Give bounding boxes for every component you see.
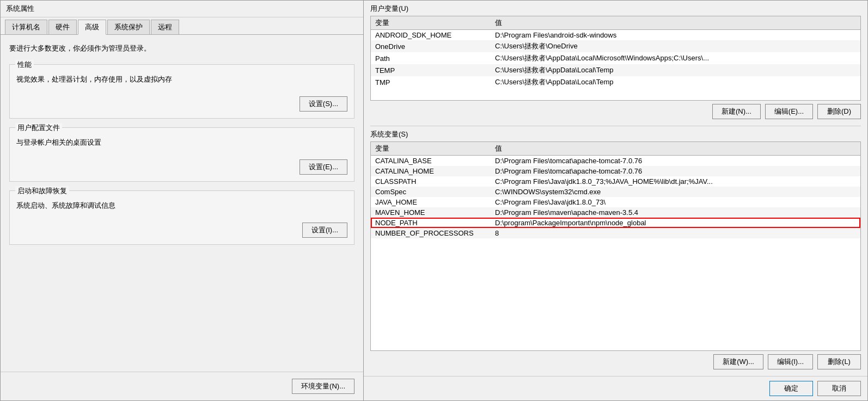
sys-var-value: D:\program\PackageImportant\npm\node_glo…: [491, 218, 860, 228]
sys-vars-label: 系统变量(S): [370, 129, 861, 139]
tab-remote[interactable]: 远程: [151, 20, 179, 34]
tab-computer-name[interactable]: 计算机名: [5, 20, 47, 34]
sys-var-row[interactable]: CATALINA_BASED:\Program Files\tomcat\apa…: [371, 156, 860, 166]
user-profiles-section: 用户配置文件 与登录帐户相关的桌面设置 设置(E)...: [9, 127, 354, 182]
sys-var-name: MAVEN_HOME: [371, 207, 491, 218]
system-properties-panel: 系统属性 计算机名 硬件 高级 系统保护 远程 要进行大多数更改，你必须作为管理…: [0, 0, 364, 401]
tab-advanced[interactable]: 高级: [78, 20, 106, 35]
user-var-value: C:\Users\拯救者\AppData\Local\Temp: [491, 76, 860, 88]
left-content: 要进行大多数更改，你必须作为管理员登录。 性能 视觉效果，处理器计划，内存使用，…: [1, 35, 363, 372]
sys-var-name: CATALINA_BASE: [371, 156, 491, 166]
startup-recovery-section: 启动和故障恢复 系统启动、系统故障和调试信息 设置(I)...: [9, 190, 354, 245]
sys-var-row[interactable]: NUMBER_OF_PROCESSORS8: [371, 228, 860, 238]
sys-var-value: 8: [491, 228, 860, 238]
performance-title: 性能: [15, 60, 34, 70]
user-edit-button[interactable]: 编辑(E)...: [765, 104, 813, 119]
user-var-name: Path: [371, 52, 491, 64]
user-vars-table-container[interactable]: 变量 值 ANDROID_SDK_HOMED:\Program Files\an…: [370, 16, 861, 101]
user-var-value: C:\Users\拯救者\AppData\Local\Temp: [491, 64, 860, 76]
sys-vars-actions: 新建(W)... 编辑(I)... 删除(L): [370, 351, 861, 372]
user-var-value: D:\Program Files\android-sdk-windows: [491, 30, 860, 41]
sys-delete-button[interactable]: 删除(L): [817, 354, 861, 369]
sys-var-row[interactable]: MAVEN_HOMED:\Program Files\maven\apache-…: [371, 207, 860, 218]
performance-section: 性能 视觉效果，处理器计划，内存使用，以及虚拟内存 设置(S)...: [9, 64, 354, 119]
startup-recovery-settings-button[interactable]: 设置(I)...: [302, 223, 347, 238]
sys-vars-section: 系统变量(S) 变量 值 CATALINA_BASED:\Program Fil…: [364, 126, 867, 376]
sys-var-row[interactable]: JAVA_HOMEC:\Program Files\Java\jdk1.8.0_…: [371, 197, 860, 207]
startup-recovery-desc: 系统启动、系统故障和调试信息: [16, 201, 347, 217]
user-var-row[interactable]: PathC:\Users\拯救者\AppData\Local\Microsoft…: [371, 52, 860, 64]
sys-var-name: CATALINA_HOME: [371, 166, 491, 176]
tab-system-protection[interactable]: 系统保护: [107, 20, 150, 34]
user-new-button[interactable]: 新建(N)...: [712, 104, 761, 119]
user-var-name: OneDrive: [371, 40, 491, 52]
user-var-name: TEMP: [371, 64, 491, 76]
user-var-row[interactable]: ANDROID_SDK_HOMED:\Program Files\android…: [371, 30, 860, 41]
user-val-col-header: 值: [491, 16, 860, 30]
user-vars-actions: 新建(N)... 编辑(E)... 删除(D): [370, 101, 861, 121]
tab-bar: 计算机名 硬件 高级 系统保护 远程: [1, 17, 363, 35]
user-vars-table: 变量 值 ANDROID_SDK_HOMED:\Program Files\an…: [371, 16, 860, 88]
sys-var-name: CLASSPATH: [371, 176, 491, 187]
startup-recovery-title: 启动和故障恢复: [15, 186, 69, 196]
sys-var-row[interactable]: CLASSPATHC:\Program Files\Java\jdk1.8.0_…: [371, 176, 860, 187]
performance-desc: 视觉效果，处理器计划，内存使用，以及虚拟内存: [16, 75, 347, 91]
ok-button[interactable]: 确定: [769, 381, 813, 396]
sys-vars-table-container[interactable]: 变量 值 CATALINA_BASED:\Program Files\tomca…: [370, 141, 861, 351]
user-delete-button[interactable]: 删除(D): [817, 104, 861, 119]
user-vars-section: 用户变量(U) 变量 值 ANDROID_SDK_HOMED:\Program …: [364, 1, 867, 126]
sys-var-row[interactable]: ComSpecC:\WINDOWS\system32\cmd.exe: [371, 187, 860, 197]
env-vars-button[interactable]: 环境变量(N)...: [292, 379, 354, 394]
sys-var-value: D:\Program Files\tomcat\apache-tomcat-7.…: [491, 166, 860, 176]
sys-var-name: JAVA_HOME: [371, 197, 491, 207]
sys-new-button[interactable]: 新建(W)...: [713, 354, 763, 369]
user-var-value: C:\Users\拯救者\AppData\Local\Microsoft\Win…: [491, 52, 860, 64]
sys-var-value: D:\Program Files\tomcat\apache-tomcat-7.…: [491, 156, 860, 166]
user-var-col-header: 变量: [371, 16, 491, 30]
sys-var-row[interactable]: CATALINA_HOMED:\Program Files\tomcat\apa…: [371, 166, 860, 176]
sys-var-value: C:\Program Files\Java\jdk1.8.0_73\: [491, 197, 860, 207]
env-vars-panel: 用户变量(U) 变量 值 ANDROID_SDK_HOMED:\Program …: [364, 0, 868, 401]
right-footer: 确定 取消: [364, 376, 867, 400]
user-var-row[interactable]: TMPC:\Users\拯救者\AppData\Local\Temp: [371, 76, 860, 88]
performance-settings-button[interactable]: 设置(S)...: [299, 96, 347, 112]
user-profiles-title: 用户配置文件: [15, 123, 62, 133]
sys-vars-table: 变量 值 CATALINA_BASED:\Program Files\tomca…: [371, 142, 860, 238]
user-vars-label: 用户变量(U): [370, 4, 861, 14]
notice-text: 要进行大多数更改，你必须作为管理员登录。: [9, 44, 354, 53]
sys-edit-button[interactable]: 编辑(I)...: [768, 354, 813, 369]
user-profiles-settings-button[interactable]: 设置(E)...: [299, 159, 347, 175]
sys-var-name: NODE_PATH: [371, 218, 491, 228]
cancel-button[interactable]: 取消: [817, 381, 861, 396]
user-profiles-desc: 与登录帐户相关的桌面设置: [16, 138, 347, 154]
sys-var-col-header: 变量: [371, 142, 491, 156]
user-var-row[interactable]: TEMPC:\Users\拯救者\AppData\Local\Temp: [371, 64, 860, 76]
sys-val-col-header: 值: [491, 142, 860, 156]
sys-var-value: C:\WINDOWS\system32\cmd.exe: [491, 187, 860, 197]
left-title: 系统属性: [1, 1, 363, 17]
sys-var-value: C:\Program Files\Java\jdk1.8.0_73;%JAVA_…: [491, 176, 860, 187]
user-var-name: ANDROID_SDK_HOME: [371, 30, 491, 41]
sys-var-row[interactable]: NODE_PATHD:\program\PackageImportant\npm…: [371, 218, 860, 228]
user-var-value: C:\Users\拯救者\OneDrive: [491, 40, 860, 52]
sys-var-value: D:\Program Files\maven\apache-maven-3.5.…: [491, 207, 860, 218]
user-var-row[interactable]: OneDriveC:\Users\拯救者\OneDrive: [371, 40, 860, 52]
tab-hardware[interactable]: 硬件: [48, 20, 77, 34]
sys-var-name: NUMBER_OF_PROCESSORS: [371, 228, 491, 238]
sys-var-name: ComSpec: [371, 187, 491, 197]
left-footer: 环境变量(N)...: [1, 372, 363, 400]
user-var-name: TMP: [371, 76, 491, 88]
